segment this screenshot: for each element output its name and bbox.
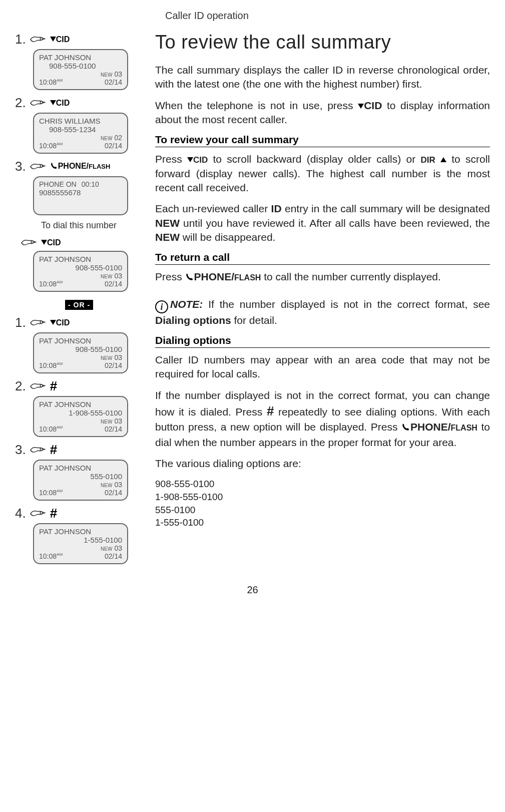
hand-pointing-icon: [29, 508, 47, 520]
lcd-new-row: NEW03: [39, 544, 122, 552]
hash-key-label: #: [50, 378, 57, 394]
paragraph: The call summary displays the caller ID …: [155, 63, 490, 92]
hand-pointing-icon: [29, 97, 47, 109]
step-b4-row: 4.#: [15, 506, 140, 521]
step-tail-row: CID: [20, 237, 140, 249]
lcd-name: PAT JOHNSON: [39, 255, 122, 263]
lcd-phone: 1-555-0100: [39, 536, 122, 544]
left-column: 1. CID PAT JOHNSON 908-555-0100 NEW03 10…: [15, 32, 140, 569]
lcd-name: PAT JOHNSON: [39, 53, 122, 62]
hand-pointing-icon: [29, 34, 47, 46]
lcd-screen: PAT JOHNSON1-555-0100NEW0310:08AM02/14: [33, 523, 128, 564]
step-number: 1.: [15, 315, 26, 330]
lcd-dialed-number: 9085555678: [39, 188, 122, 197]
phone-flash-button-label: PHONE/FLASH: [50, 162, 111, 172]
dial-caption: To dial this number: [41, 220, 140, 231]
lcd-phone: 908-555-0100: [39, 263, 122, 272]
list-item: 1-908-555-0100: [155, 491, 490, 504]
triangle-down-icon: [50, 320, 56, 325]
triangle-down-icon: [187, 157, 193, 162]
lcd-phone: 908-555-1234: [39, 125, 122, 134]
hand-pointing-icon: [29, 161, 47, 173]
lcd-name: PAT JOHNSON: [39, 464, 122, 472]
step-a1-row: 1. CID: [15, 32, 140, 47]
paragraph: Press PHONE/FLASH to call the number cur…: [155, 270, 490, 285]
lcd-screen: PAT JOHNSON1-908-555-0100NEW0310:08AM02/…: [33, 396, 128, 437]
phone-handset-icon: [50, 162, 58, 172]
section-heading-dialing: Dialing options: [155, 334, 490, 348]
lcd-name: PAT JOHNSON: [39, 527, 122, 536]
dialing-options-list: 908-555-0100 1-908-555-0100 555-0100 1-5…: [155, 478, 490, 529]
lcd-timer: 00:10: [82, 180, 99, 188]
triangle-down-icon: [50, 37, 56, 42]
step-number: 4.: [15, 506, 26, 521]
page-number: 26: [15, 584, 490, 596]
lcd-new-row: NEW03: [39, 417, 122, 425]
lcd-name: PAT JOHNSON: [39, 400, 122, 409]
paragraph: Press CID to scroll backward (display ol…: [155, 152, 490, 195]
lcd-screen: CHRIS WILLIAMS 908-555-1234 NEW02 10:08A…: [33, 113, 128, 154]
lcd-new-row: NEW03: [39, 272, 122, 280]
cid-down-button-label: CID: [50, 35, 70, 44]
lcd-bottom-row: 10:08AM02/14: [39, 361, 122, 369]
hand-pointing-icon: [29, 380, 47, 392]
lcd-new-row: NEW03: [39, 70, 122, 78]
or-divider-badge: - OR -: [65, 300, 93, 310]
lcd-bottom-row: 10:08AM02/14: [39, 489, 122, 497]
lcd-phone: 908-555-0100: [39, 345, 122, 353]
right-column: To review the call summary The call summ…: [155, 32, 490, 569]
lcd-phone: 1-908-555-0100: [39, 409, 122, 417]
hash-key-label: #: [50, 506, 57, 521]
page-title: To review the call summary: [155, 32, 490, 53]
lcd-name: CHRIS WILLIAMS: [39, 117, 122, 125]
paragraph: If the number displayed is not in the co…: [155, 388, 490, 450]
section-heading-return: To return a call: [155, 251, 490, 265]
step-number: 3.: [15, 159, 26, 174]
list-item: 1-555-0100: [155, 516, 490, 529]
lcd-phone: 555-0100: [39, 472, 122, 481]
lcd-status: PHONE ON: [39, 180, 77, 188]
step-number: 3.: [15, 442, 26, 458]
triangle-down-icon: [50, 100, 56, 105]
lcd-screen: PAT JOHNSON 908-555-0100 NEW03 10:08AM02…: [33, 251, 128, 292]
hand-pointing-icon: [29, 444, 47, 456]
list-item: 555-0100: [155, 504, 490, 517]
hand-pointing-icon: [20, 237, 38, 249]
phone-handset-icon: [401, 421, 410, 435]
lcd-bottom-row: 10:08AM02/14: [39, 78, 122, 86]
step-number: 2.: [15, 378, 26, 394]
lcd-bottom-row: 10:08AM02/14: [39, 280, 122, 288]
cid-down-button-label: CID: [50, 99, 70, 108]
lcd-screen: PAT JOHNSON555-0100NEW0310:08AM02/14: [33, 460, 128, 501]
lcd-screen: PHONE ON00:10 9085555678: [33, 176, 128, 215]
step-a3-row: 3. PHONE/FLASH: [15, 159, 140, 174]
lcd-phone: 908-555-0100: [39, 62, 122, 70]
step-b3-row: 3.#: [15, 442, 140, 458]
lcd-screen: PAT JOHNSON 908-555-0100 NEW03 10:08AM02…: [33, 49, 128, 90]
hash-key-label: #: [50, 442, 57, 458]
note-paragraph: iNOTE: If the number displayed is not in…: [155, 297, 490, 327]
triangle-down-icon: [358, 104, 364, 109]
lcd-screen: PAT JOHNSON908-555-0100NEW0310:08AM02/14: [33, 332, 128, 373]
lcd-new-row: NEW03: [39, 481, 122, 489]
paragraph: When the telephone is not in use, press …: [155, 99, 490, 127]
lcd-new-row: NEW02: [39, 134, 122, 142]
lcd-bottom-row: 10:08AM02/14: [39, 425, 122, 433]
paragraph: Each un-reviewed caller ID entry in the …: [155, 202, 490, 244]
lcd-bottom-row: 10:08AM02/14: [39, 142, 122, 150]
cid-down-button-label: CID: [50, 318, 70, 327]
phone-handset-icon: [185, 271, 194, 285]
cid-down-button-label: CID: [41, 238, 61, 247]
paragraph: The various dialing options are:: [155, 457, 490, 471]
step-b2-row: 2.#: [15, 378, 140, 394]
page-header: Caller ID operation: [15, 10, 490, 22]
lcd-name: PAT JOHNSON: [39, 336, 122, 345]
hand-pointing-icon: [29, 317, 47, 329]
step-a2-row: 2. CID: [15, 95, 140, 111]
triangle-up-icon: [440, 157, 446, 162]
list-item: 908-555-0100: [155, 478, 490, 491]
triangle-down-icon: [41, 240, 47, 245]
info-icon: i: [155, 300, 168, 313]
hash-key: #: [267, 403, 274, 419]
lcd-new-row: NEW03: [39, 353, 122, 361]
